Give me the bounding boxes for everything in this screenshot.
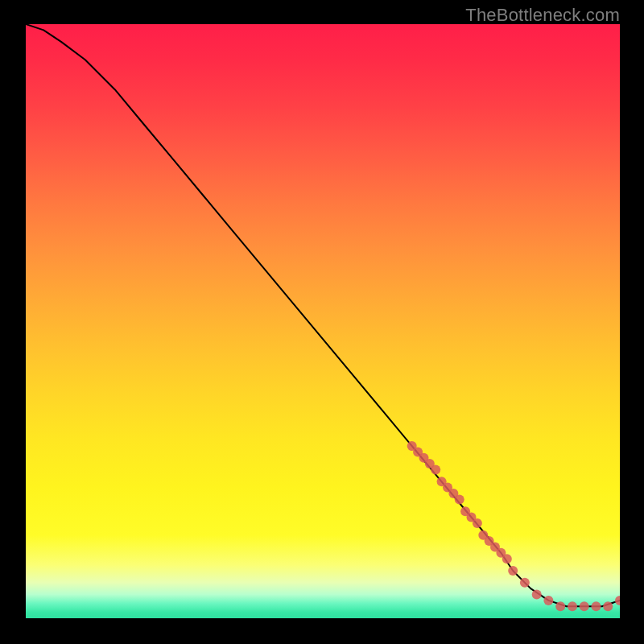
data-point <box>603 601 613 611</box>
data-point <box>502 554 512 564</box>
chart-svg <box>26 24 620 618</box>
plot-area <box>26 24 620 618</box>
data-point <box>431 465 440 475</box>
data-point <box>592 601 601 611</box>
observed-points-group <box>407 441 620 611</box>
data-point <box>532 590 542 600</box>
data-point <box>615 596 620 605</box>
data-point <box>508 566 518 576</box>
bottleneck-curve-line <box>26 24 620 606</box>
data-point <box>543 596 553 605</box>
data-point <box>555 601 565 611</box>
data-point <box>580 601 589 611</box>
data-point <box>455 494 464 504</box>
chart-stage: TheBottleneck.com <box>0 0 644 644</box>
data-point <box>520 578 530 588</box>
data-point <box>473 518 482 528</box>
data-point <box>568 601 577 611</box>
watermark-text: TheBottleneck.com <box>465 5 620 26</box>
